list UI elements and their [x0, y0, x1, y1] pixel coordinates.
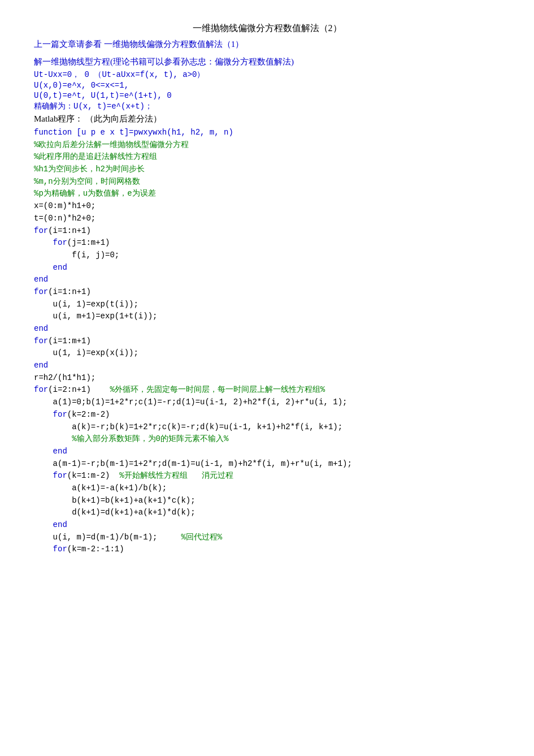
prev-article-link[interactable]: 上一篇文章请参看 一维抛物线偏微分方程数值解法（1） — [34, 39, 500, 50]
code-line-16: u(i, m+1)=exp(1+t(i)); — [34, 310, 500, 323]
code-line-6: %p为精确解，u为数值解，e为误差 — [34, 188, 500, 200]
code-line-24: for(k=2:m-2) — [34, 409, 500, 421]
equation-2: U(x,0)=e^x, 0<=x<=1, — [34, 81, 500, 90]
code-line-22: for(i=2:n+1) %外循环，先固定每一时间层，每一时间层上解一线性方程组… — [34, 384, 500, 396]
page-container: 一维抛物线偏微分方程数值解法（2） 上一篇文章请参看 一维抛物线偏微分方程数值解… — [34, 23, 500, 556]
code-line-25: a(k)=-r;b(k)=1+2*r;c(k)=-r;d(k)=u(i-1, k… — [34, 421, 500, 434]
code-line-34: u(i, m)=d(m-1)/b(m-1); %回代过程% — [34, 532, 500, 544]
code-block: function [u p e x t]=pwxywxh(h1, h2, m, … — [34, 127, 500, 556]
code-line-33: end — [34, 519, 500, 532]
equation-4: 精确解为：U(x, t)=e^(x+t)； — [34, 101, 500, 111]
code-line-27: end — [34, 446, 500, 458]
code-line-2: %欧拉向后差分法解一维抛物线型偏微分方程 — [34, 139, 500, 152]
code-line-5: %m,n分别为空间，时间网格数 — [34, 176, 500, 188]
code-line-1: function [u p e x t]=pwxywxh(h1, h2, m, … — [34, 127, 500, 139]
code-line-18: for(i=1:m+1) — [34, 335, 500, 348]
equation-3: U(0,t)=e^t, U(1,t)=e^(1+t), 0 — [34, 91, 500, 100]
code-line-11: f(i, j)=0; — [34, 249, 500, 262]
code-line-15: u(i, 1)=exp(t(i)); — [34, 299, 500, 311]
matlab-label: Matlab程序： （此为向后差分法） — [34, 114, 500, 124]
code-line-21: r=h2/(h1*h1); — [34, 372, 500, 385]
equation-1: Ut-Uxx=0， 0 （Ut-aUxx=f(x, t), a>0） — [34, 70, 500, 80]
code-line-10: for(j=1:m+1) — [34, 237, 500, 249]
section1-title: 解一维抛物线型方程(理论书籍可以参看孙志忠：偏微分方程数值解法) — [34, 57, 500, 67]
code-line-29: for(k=1:m-2) %开始解线性方程组 消元过程 — [34, 470, 500, 482]
code-line-35: for(k=m-2:-1:1) — [34, 543, 500, 556]
code-line-8: t=(0:n)*h2+0; — [34, 213, 500, 225]
code-line-31: b(k+1)=b(k+1)+a(k+1)*c(k); — [34, 495, 500, 507]
code-line-28: a(m-1)=-r;b(m-1)=1+2*r;d(m-1)=u(i-1, m)+… — [34, 458, 500, 470]
code-line-12: end — [34, 262, 500, 274]
code-line-26: %输入部分系数矩阵，为0的矩阵元素不输入% — [34, 433, 500, 446]
code-line-3: %此程序用的是追赶法解线性方程组 — [34, 151, 500, 163]
code-line-23: a(1)=0;b(1)=1+2*r;c(1)=-r;d(1)=u(i-1, 2)… — [34, 396, 500, 409]
code-line-32: d(k+1)=d(k+1)+a(k+1)*d(k); — [34, 507, 500, 519]
code-line-14: for(i=1:n+1) — [34, 286, 500, 299]
code-line-9: for(i=1:n+1) — [34, 225, 500, 237]
code-line-13: end — [34, 274, 500, 286]
code-line-7: x=(0:m)*h1+0; — [34, 200, 500, 213]
code-line-4: %h1为空间步长，h2为时间步长 — [34, 163, 500, 176]
page-title: 一维抛物线偏微分方程数值解法（2） — [34, 23, 500, 34]
code-line-17: end — [34, 323, 500, 335]
code-line-20: end — [34, 360, 500, 372]
code-line-19: u(1, i)=exp(x(i)); — [34, 347, 500, 360]
code-line-30: a(k+1)=-a(k+1)/b(k); — [34, 482, 500, 495]
